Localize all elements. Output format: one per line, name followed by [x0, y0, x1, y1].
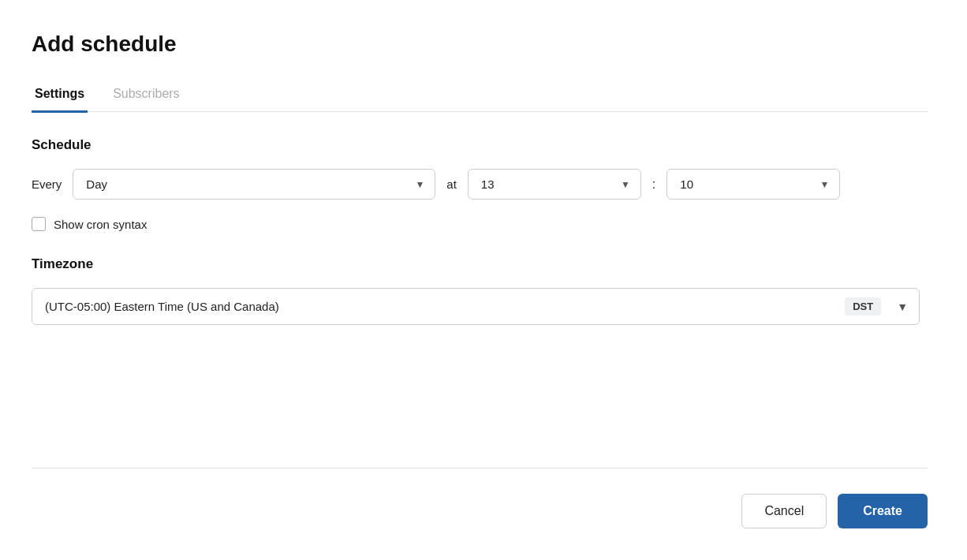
- dialog-title: Add schedule: [32, 32, 928, 57]
- hour-select[interactable]: 0123 4567 891011 12131415 16171819 20212…: [468, 169, 641, 200]
- every-label: Every: [32, 177, 62, 191]
- minute-select-wrapper: 0510 152025 303540 455055 ▼: [666, 169, 840, 200]
- cron-label: Show cron syntax: [54, 218, 147, 231]
- create-button[interactable]: Create: [838, 494, 928, 528]
- cron-checkbox[interactable]: [32, 217, 46, 231]
- timezone-section: Timezone (UTC-05:00) Eastern Time (US an…: [32, 256, 920, 325]
- add-schedule-dialog: Add schedule Settings Subscribers Schedu…: [0, 0, 967, 560]
- tab-content: Schedule Every Day Hour Week Month ▼ at …: [32, 137, 928, 455]
- hour-select-wrapper: 0123 4567 891011 12131415 16171819 20212…: [468, 169, 641, 200]
- tab-subscribers[interactable]: Subscribers: [110, 80, 182, 113]
- frequency-select[interactable]: Day Hour Week Month: [73, 169, 435, 200]
- footer: Cancel Create: [32, 487, 928, 528]
- timezone-chevron-icon: ▼: [886, 301, 919, 313]
- dst-badge: DST: [845, 297, 881, 315]
- timezone-section-title: Timezone: [32, 256, 920, 272]
- schedule-section-title: Schedule: [32, 137, 920, 153]
- cancel-button[interactable]: Cancel: [741, 494, 827, 528]
- tab-settings[interactable]: Settings: [32, 80, 88, 113]
- frequency-select-wrapper: Day Hour Week Month ▼: [73, 169, 435, 200]
- cron-row: Show cron syntax: [32, 217, 920, 231]
- minute-select[interactable]: 0510 152025 303540 455055: [666, 169, 840, 200]
- colon-label: :: [652, 177, 655, 192]
- at-label: at: [446, 177, 457, 191]
- schedule-row: Every Day Hour Week Month ▼ at 0123 4567…: [32, 169, 920, 200]
- timezone-value: (UTC-05:00) Eastern Time (US and Canada): [32, 289, 845, 324]
- timezone-select-wrapper[interactable]: (UTC-05:00) Eastern Time (US and Canada)…: [32, 288, 920, 325]
- footer-divider: [32, 468, 928, 469]
- tabs: Settings Subscribers: [32, 79, 928, 112]
